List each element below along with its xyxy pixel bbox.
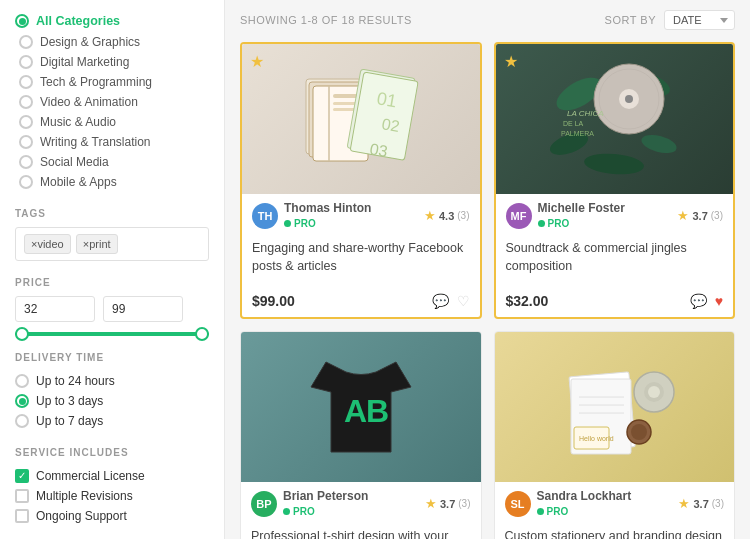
- svg-text:Hello world: Hello world: [579, 435, 614, 442]
- card-1-avatar-initials: TH: [258, 210, 273, 222]
- tags-title: TAGS: [15, 208, 209, 219]
- delivery-section: DELIVERY TIME Up to 24 hours Up to 3 day…: [15, 352, 209, 431]
- card-2-seller: MF Michelle Foster PRO ★ 3.7 (3): [496, 192, 734, 234]
- category-mobile[interactable]: Mobile & Apps: [15, 172, 209, 192]
- card-2-heart-icon[interactable]: ♥: [715, 293, 723, 309]
- card-3-avatar: BP: [251, 491, 277, 517]
- price-range: [15, 296, 209, 322]
- card-1-comment-icon[interactable]: 💬: [432, 293, 449, 309]
- radio-24h: [15, 374, 29, 388]
- card-2[interactable]: LA CHICA DE LA PALMERA ★ MF Michelle Fos…: [494, 42, 736, 319]
- card-3-seller: BP Brian Peterson PRO ★ 3.7 (3): [241, 480, 481, 522]
- card-1-rating-count: (3): [457, 210, 469, 221]
- card-2-pro-badge: PRO: [538, 218, 570, 229]
- card-2-rating-num: 3.7: [692, 210, 707, 222]
- category-social-label: Social Media: [40, 155, 109, 169]
- card-1-seller: TH Thomas Hinton PRO ★ 4.3 (3): [242, 192, 480, 234]
- category-digital[interactable]: Digital Marketing: [15, 52, 209, 72]
- card-2-avatar: MF: [506, 203, 532, 229]
- sort-select[interactable]: DATE PRICE RATING: [664, 10, 735, 30]
- card-4-avatar: SL: [505, 491, 531, 517]
- card-4-pro-dot: [537, 508, 544, 515]
- delivery-title: DELIVERY TIME: [15, 352, 209, 363]
- category-writing[interactable]: Writing & Translation: [15, 132, 209, 152]
- card-2-image-container: LA CHICA DE LA PALMERA ★: [496, 44, 734, 192]
- card-2-price: $32.00: [506, 293, 549, 309]
- category-digital-label: Digital Marketing: [40, 55, 129, 69]
- delivery-3days[interactable]: Up to 3 days: [15, 391, 209, 411]
- category-all[interactable]: All Categories: [15, 10, 209, 32]
- service-ongoing-label: Ongoing Support: [36, 509, 127, 523]
- card-2-title: Soundtrack & commercial jingles composit…: [506, 240, 724, 275]
- card-2-body: Soundtrack & commercial jingles composit…: [496, 234, 734, 289]
- card-3-image-container: A B: [241, 332, 481, 480]
- svg-text:02: 02: [380, 115, 401, 135]
- delivery-24h-label: Up to 24 hours: [36, 374, 115, 388]
- card-1-pro-dot: [284, 220, 291, 227]
- tag-print[interactable]: ×print: [76, 234, 118, 254]
- price-max-input[interactable]: [103, 296, 183, 322]
- price-slider-min-thumb[interactable]: [15, 327, 29, 341]
- card-3-avatar-initials: BP: [256, 498, 271, 510]
- card-2-rating: ★ 3.7 (3): [677, 208, 723, 223]
- service-ongoing[interactable]: Ongoing Support: [15, 506, 209, 526]
- service-includes-title: SERVICE INCLUDES: [15, 447, 209, 458]
- card-2-comment-icon[interactable]: 💬: [690, 293, 707, 309]
- card-4-seller: SL Sandra Lockhart PRO ★ 3.7 (3): [495, 480, 735, 522]
- price-title: PRICE: [15, 277, 209, 288]
- card-3[interactable]: A B BP Brian Peterson PRO ★: [240, 331, 482, 539]
- stationery-svg: Hello world: [549, 347, 679, 467]
- service-commercial[interactable]: Commercial License: [15, 466, 209, 486]
- card-4[interactable]: Hello world SL Sandra Lockha: [494, 331, 736, 539]
- svg-text:DE LA: DE LA: [563, 120, 584, 127]
- card-4-seller-info: Sandra Lockhart PRO: [537, 489, 673, 518]
- card-4-body: Custom stationery and branding design: [495, 522, 735, 539]
- card-1-heart-icon[interactable]: ♡: [457, 293, 470, 309]
- card-3-rating-count: (3): [458, 498, 470, 509]
- tag-video-label: ×video: [31, 238, 64, 250]
- card-1-seller-name: Thomas Hinton: [284, 201, 418, 215]
- sort-area: SORT BY DATE PRICE RATING: [605, 10, 735, 30]
- category-tech[interactable]: Tech & Programming: [15, 72, 209, 92]
- service-commercial-label: Commercial License: [36, 469, 145, 483]
- card-1[interactable]: 01 02 03 ★ TH Thomas Hinton PRO: [240, 42, 482, 319]
- card-1-image: 01 02 03: [242, 44, 480, 194]
- books-svg: 01 02 03: [291, 64, 431, 174]
- card-4-pro-label: PRO: [547, 506, 569, 517]
- card-2-seller-name: Michelle Foster: [538, 201, 672, 215]
- tag-video[interactable]: ×video: [24, 234, 71, 254]
- results-count: Showing 1-8 of 18 results: [240, 14, 412, 26]
- category-music[interactable]: Music & Audio: [15, 112, 209, 132]
- category-video[interactable]: Video & Animation: [15, 92, 209, 112]
- category-music-label: Music & Audio: [40, 115, 116, 129]
- svg-text:LA CHICA: LA CHICA: [567, 109, 604, 118]
- price-slider-max-thumb[interactable]: [195, 327, 209, 341]
- radio-mobile: [19, 175, 33, 189]
- category-social[interactable]: Social Media: [15, 152, 209, 172]
- tag-print-label: ×print: [83, 238, 111, 250]
- card-1-pro-badge: PRO: [284, 218, 316, 229]
- category-design[interactable]: Design & Graphics: [15, 32, 209, 52]
- card-4-rating-count: (3): [712, 498, 724, 509]
- svg-text:03: 03: [368, 140, 389, 160]
- svg-text:A: A: [344, 393, 367, 429]
- svg-point-16: [583, 151, 645, 176]
- service-revisions[interactable]: Multiple Revisions: [15, 486, 209, 506]
- card-2-rating-count: (3): [711, 210, 723, 221]
- tags-area[interactable]: ×video ×print: [15, 227, 209, 261]
- card-3-body: Professional t-shirt design with your lo…: [241, 522, 481, 539]
- card-3-title: Professional t-shirt design with your lo…: [251, 528, 471, 539]
- delivery-24h[interactable]: Up to 24 hours: [15, 371, 209, 391]
- price-slider-track[interactable]: [15, 332, 209, 336]
- price-section: PRICE: [15, 277, 209, 336]
- card-3-rating-num: 3.7: [440, 498, 455, 510]
- category-video-label: Video & Animation: [40, 95, 138, 109]
- card-1-actions: 💬 ♡: [432, 293, 470, 309]
- card-1-title: Engaging and share-worthy Facebook posts…: [252, 240, 470, 275]
- card-2-star-badge: ★: [504, 52, 518, 71]
- card-1-price: $99.00: [252, 293, 295, 309]
- price-min-input[interactable]: [15, 296, 95, 322]
- card-3-star-icon: ★: [425, 496, 437, 511]
- delivery-7days[interactable]: Up to 7 days: [15, 411, 209, 431]
- main-header: Showing 1-8 of 18 results SORT BY DATE P…: [240, 10, 735, 30]
